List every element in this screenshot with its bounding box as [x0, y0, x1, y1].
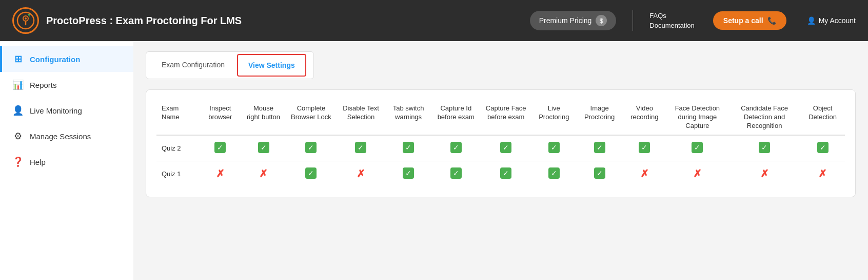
col-face-detection: Face Detection during Image Capture	[666, 100, 728, 135]
exam-name-cell: Quiz 1	[156, 161, 199, 186]
col-complete-browser-lock: Complete Browser Lock	[286, 100, 337, 135]
manage-sessions-icon: ⚙	[12, 130, 24, 142]
live-monitoring-icon: 👤	[12, 105, 24, 116]
check-icon	[258, 142, 269, 153]
sidebar: ⊞ Configuration 📊 Reports 👤 Live Monitor…	[0, 41, 133, 280]
tab-view-settings[interactable]: View Settings	[237, 54, 306, 77]
phone-icon: 📞	[767, 16, 776, 25]
sidebar-label-reports: Reports	[30, 81, 57, 89]
help-icon: ❓	[12, 156, 24, 167]
header-divider	[633, 10, 633, 31]
check-icon	[450, 167, 462, 179]
app-header: ProctoPress : Exam Proctoring For LMS Pr…	[0, 0, 868, 41]
cell-row1-col0	[199, 161, 241, 186]
tab-exam-configuration[interactable]: Exam Configuration	[151, 54, 235, 76]
check-icon	[500, 167, 511, 179]
logo-icon	[12, 7, 39, 34]
check-icon	[548, 142, 560, 153]
col-object-detection: Object Detection	[800, 100, 845, 135]
check-icon	[594, 142, 605, 153]
svg-point-2	[25, 17, 27, 20]
check-icon	[759, 142, 770, 153]
logo-area: ProctoPress : Exam Proctoring For LMS	[12, 7, 242, 34]
cross-icon	[760, 167, 769, 180]
sidebar-item-configuration[interactable]: ⊞ Configuration	[0, 46, 133, 72]
col-exam-name: Exam Name	[156, 100, 199, 135]
dollar-icon: $	[596, 15, 607, 26]
faq-link[interactable]: FAQs	[649, 12, 694, 20]
cell-row0-col5	[431, 135, 480, 161]
check-icon	[639, 142, 650, 153]
cell-row0-col12	[800, 135, 845, 161]
check-icon	[548, 167, 560, 179]
cell-row1-col9	[623, 161, 666, 186]
cell-row1-col12	[800, 161, 845, 186]
col-image-proctoring: Image Proctoring	[576, 100, 623, 135]
sidebar-item-reports[interactable]: 📊 Reports	[0, 72, 133, 98]
app-title: ProctoPress : Exam Proctoring For LMS	[46, 15, 242, 27]
main-content: Exam Configuration View Settings Exam Na…	[133, 41, 868, 280]
account-icon: 👤	[807, 16, 816, 25]
sidebar-item-help[interactable]: ❓ Help	[0, 149, 133, 175]
cell-row0-col10	[666, 135, 728, 161]
col-capture-face: Capture Face before exam	[480, 100, 531, 135]
col-capture-id: Capture Id before exam	[431, 100, 480, 135]
cross-icon	[693, 167, 702, 180]
check-icon	[355, 142, 366, 153]
cell-row1-col4	[385, 161, 431, 186]
sidebar-label-live-monitoring: Live Monitoring	[30, 106, 82, 115]
check-icon	[305, 167, 317, 179]
main-layout: ⊞ Configuration 📊 Reports 👤 Live Monitor…	[0, 41, 868, 280]
cell-row0-col1	[241, 135, 286, 161]
cell-row0-col3	[337, 135, 385, 161]
cross-icon	[259, 167, 268, 180]
cross-icon	[640, 167, 649, 180]
cross-icon	[818, 167, 827, 180]
check-icon	[594, 167, 605, 179]
check-icon	[305, 142, 317, 153]
sidebar-item-live-monitoring[interactable]: 👤 Live Monitoring	[0, 98, 133, 123]
table-row: Quiz 1	[156, 161, 845, 186]
cell-row0-col4	[385, 135, 431, 161]
col-tab-switch: Tab switch warnings	[385, 100, 431, 135]
header-links: FAQs Documentation	[649, 12, 694, 29]
cell-row1-col11	[728, 161, 800, 186]
cell-row0-col6	[480, 135, 531, 161]
check-icon	[817, 142, 828, 153]
col-inspect-browser: Inspect browser	[199, 100, 241, 135]
setup-call-button[interactable]: Setup a call 📞	[713, 11, 786, 30]
sidebar-label-manage-sessions: Manage Sessions	[30, 132, 91, 141]
col-disable-text: Disable Text Selection	[337, 100, 385, 135]
cross-icon	[357, 167, 365, 180]
cross-icon	[216, 167, 225, 180]
col-video-recording: Video recording	[623, 100, 666, 135]
cell-row1-col8	[576, 161, 623, 186]
cell-row1-col5	[431, 161, 480, 186]
check-icon	[403, 142, 414, 153]
sidebar-item-manage-sessions[interactable]: ⚙ Manage Sessions	[0, 123, 133, 149]
check-icon	[403, 167, 414, 179]
check-icon	[450, 142, 462, 153]
premium-pricing-button[interactable]: Premium Pricing $	[530, 11, 617, 30]
docs-link[interactable]: Documentation	[649, 22, 694, 29]
cell-row0-col8	[576, 135, 623, 161]
table-row: Quiz 2	[156, 135, 845, 161]
cell-row0-col9	[623, 135, 666, 161]
check-icon	[692, 142, 703, 153]
col-candidate-face: Candidate Face Detection and Recognition	[728, 100, 800, 135]
cell-row1-col3	[337, 161, 385, 186]
cell-row0-col2	[286, 135, 337, 161]
reports-icon: 📊	[12, 79, 24, 90]
cell-row0-col0	[199, 135, 241, 161]
check-icon	[214, 142, 226, 153]
table-header-row: Exam Name Inspect browser Mouse right bu…	[156, 100, 845, 135]
my-account-button[interactable]: 👤 My Account	[807, 16, 856, 25]
settings-table-container: Exam Name Inspect browser Mouse right bu…	[146, 89, 856, 197]
cell-row1-col6	[480, 161, 531, 186]
col-live-proctoring: Live Proctoring	[531, 100, 576, 135]
cell-row1-col2	[286, 161, 337, 186]
cell-row0-col11	[728, 135, 800, 161]
configuration-icon: ⊞	[12, 53, 24, 65]
tab-bar: Exam Configuration View Settings	[146, 51, 314, 79]
cell-row1-col10	[666, 161, 728, 186]
